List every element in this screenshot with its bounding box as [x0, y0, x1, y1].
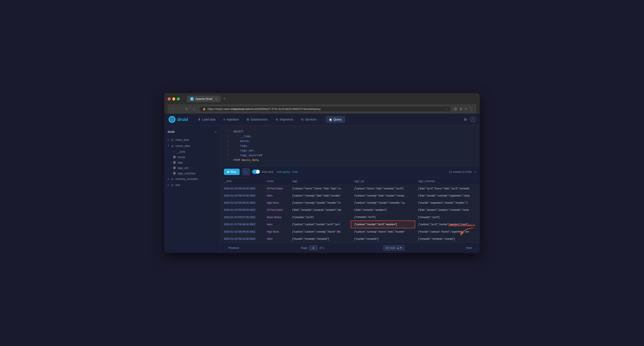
segments-icon: ⊛	[276, 118, 278, 121]
browser-window: D Apache Druid ✕ + ‹ › ↻ ⌂ 🔒 https://imp…	[164, 93, 480, 253]
sidebar-header: druid ⊕	[164, 128, 220, 135]
col-header-tags[interactable]: tags	[289, 178, 351, 185]
string-type-icon: A	[173, 155, 176, 159]
sidebar-item-movie[interactable]: A movie	[171, 154, 220, 160]
cell-tags: ["cartoon","cartoon","comedy","horror","…	[289, 228, 351, 235]
col-header-tags-set[interactable]: tags_set	[351, 178, 415, 185]
expand-icon[interactable]: ⊞	[474, 170, 476, 173]
nav-item-label-datasources: Datasources	[251, 118, 268, 121]
result-wrapper: __time movie tags tags_set tags_unsorted…	[220, 178, 480, 253]
top-nav: druid ⬆ Load data ≡ Ingestion ⊞ Datasour…	[164, 114, 480, 126]
cell-time: 2020-01-01T00:07:00.000Z	[220, 214, 263, 221]
download-icon[interactable]: ⬇	[460, 107, 462, 111]
cell-tags-unsorted: ["cartoon","sci-fi","murder","western","…	[415, 221, 480, 228]
logo: druid	[168, 116, 188, 123]
sidebar-item-tags-set[interactable]: A tags_set	[171, 165, 220, 171]
auto-limit-toggle[interactable]: Auto limit	[252, 170, 273, 174]
sidebar-item-tags-unsorted[interactable]: A tags_unsorted	[171, 171, 220, 176]
cell-tags-set: ["romantic","sci-fi"]	[351, 214, 415, 221]
maximize-button[interactable]	[177, 97, 180, 100]
cell-time: 2020-01-01T00:04:00.000Z	[220, 192, 263, 199]
cell-tags-unsorted: ["murder","cartoon","horror","superhero"…	[415, 228, 480, 235]
clock-icon: ⊙	[173, 150, 175, 153]
history-icon[interactable]: ≡	[465, 107, 467, 111]
table-row: 2020-01-01T00:08:00.000ZAlien["cartoon",…	[220, 221, 480, 228]
more-options-button[interactable]: ···	[242, 168, 250, 175]
sidebar-item-inline-data[interactable]: ▶ ⊞ inline_data	[164, 137, 220, 143]
settings-gear-icon[interactable]: ⚙	[464, 117, 467, 122]
forward-button[interactable]: ›	[178, 106, 181, 111]
sidebar-item-test[interactable]: ▶ ⊞ test	[164, 182, 220, 188]
sidebar-item-schema-evolution[interactable]: ▶ ⊞ schema_evolution	[164, 176, 220, 182]
query-area: 1 SELECT 2 __time, 3 movie, 4 tags,	[220, 126, 480, 253]
back-button[interactable]: ‹	[171, 106, 175, 111]
sidebar-item-tags-label: tags	[178, 161, 183, 164]
code-editor[interactable]: 1 SELECT 2 __time, 3 movie, 4 tags,	[220, 126, 480, 166]
toggle-switch-control[interactable]	[252, 170, 260, 174]
nav-item-datasources[interactable]: ⊞ Datasources	[243, 116, 271, 123]
bookmark-icon[interactable]: ☆	[445, 107, 448, 111]
query-icon: ▣	[329, 118, 332, 121]
nav-item-label-ingestion: Ingestion	[226, 118, 239, 121]
nav-item-ingestion[interactable]: ≡ Ingestion	[220, 116, 242, 123]
rows-per-page-select[interactable]: 20 rows ▲▼	[383, 245, 404, 251]
sidebar-item-movie-data[interactable]: ▶ ⊞ movie_data	[164, 143, 220, 149]
cell-movie: High Noon	[263, 199, 289, 207]
string-type-icon-3: A	[173, 166, 176, 169]
refresh-button[interactable]: ↻	[184, 106, 189, 111]
cell-tags: ["cartoon","horror","horror","kids","kid…	[289, 185, 351, 192]
chevron-right-icon-3: ▶	[168, 184, 170, 186]
browser-controls: D Apache Druid ✕ +	[168, 96, 476, 102]
table-row: 2020-01-01T00:07:00.000ZBlack Widow["rom…	[220, 214, 480, 221]
sidebar-item-time[interactable]: ⊙ __time	[171, 149, 220, 154]
from-clause: FROM movie_data	[234, 158, 259, 162]
results-table[interactable]: __time movie tags tags_set tags_unsorted…	[220, 178, 480, 243]
active-tab[interactable]: D Apache Druid ✕	[187, 96, 221, 102]
chevron-right-icon: ▶	[168, 139, 170, 141]
url-display: https://imply-sales.implycloud.com/druid…	[208, 107, 320, 111]
app-container: druid ⬆ Load data ≡ Ingestion ⊞ Datasour…	[164, 114, 480, 253]
extensions-icon[interactable]: ⊞	[454, 107, 457, 111]
nav-item-label-query: Query	[334, 118, 342, 121]
sidebar-item-tags[interactable]: A tags	[171, 160, 220, 165]
nav-item-load-data[interactable]: ⬆ Load data	[194, 116, 219, 123]
table-icon-3: ⊞	[171, 177, 174, 181]
col-header-tags-unsorted[interactable]: tags_unsorted	[415, 178, 480, 185]
help-icon[interactable]: ?	[470, 117, 476, 122]
code-line-3: 3 movie,	[225, 139, 476, 143]
result-count-text: 11 results in 0.65s	[449, 170, 472, 173]
settings-icon[interactable]: ⋮	[470, 107, 473, 111]
page-input[interactable]	[309, 245, 318, 251]
home-button[interactable]: ⌂	[192, 106, 197, 111]
tab-close-button[interactable]: ✕	[215, 97, 217, 100]
close-button[interactable]	[168, 97, 171, 100]
cell-time: 2020-01-01T00:06:00.000Z	[220, 207, 263, 214]
sidebar-sub-movie-data: ⊙ __time A movie A tags A tags_set	[164, 149, 220, 176]
logo-text: druid	[177, 117, 188, 122]
cell-tags: ["cartoon","comedy","kids","kids","murde…	[289, 192, 351, 199]
cell-time: 2020-01-01T00:09:00.000Z	[220, 228, 263, 235]
table-header: __time movie tags tags_set tags_unsorted	[220, 178, 480, 185]
sidebar: druid ⊕ ▶ ⊞ inline_data ▶ ⊞ movie_data	[164, 126, 220, 253]
col-header-time[interactable]: __time	[220, 178, 263, 185]
previous-button[interactable]: Previous	[226, 245, 242, 251]
keyword-select: SELECT	[234, 129, 244, 134]
minimize-button[interactable]	[172, 97, 175, 100]
cell-movie: Alien	[263, 221, 289, 228]
new-tab-button[interactable]: +	[222, 96, 227, 102]
address-bar[interactable]: 🔒 https://imply-sales.implycloud.com/dru…	[199, 106, 451, 112]
cell-time: 2020-01-01T00:05:00.000Z	[220, 199, 263, 207]
play-icon: ▶	[227, 170, 230, 173]
cell-tags-unsorted: ["kids","murder","comedy","superhero","r…	[415, 192, 480, 199]
table-row: 2020-01-01T00:09:00.000ZHigh Noon["carto…	[220, 228, 480, 235]
nav-item-query[interactable]: ▣ Query	[326, 116, 345, 123]
ingestion-icon: ≡	[223, 118, 225, 121]
sidebar-options-icon[interactable]: ⊕	[214, 130, 217, 133]
table-row: 2020-01-01T00:10:00.000ZAlien["murder","…	[220, 235, 480, 243]
nav-item-services[interactable]: ⊟ Services	[298, 116, 320, 123]
nav-item-segments[interactable]: ⊛ Segments	[272, 116, 297, 123]
col-header-movie[interactable]: movie	[263, 178, 289, 185]
sidebar-item-schema-evolution-label: schema_evolution	[176, 177, 198, 181]
run-button[interactable]: ▶ Run	[224, 169, 240, 175]
next-button[interactable]: Next	[464, 245, 474, 251]
